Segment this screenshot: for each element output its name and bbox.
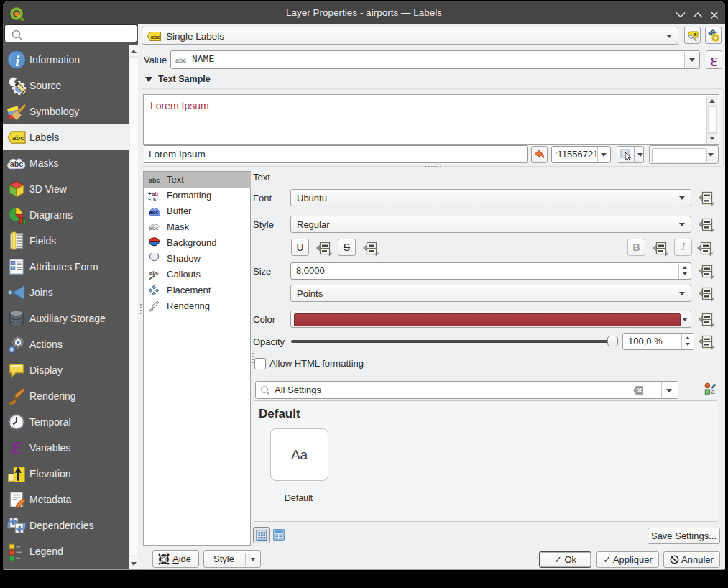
- svg-text:abc: abc: [10, 160, 24, 168]
- svg-text:a: a: [711, 388, 715, 395]
- svg-text:abc: abc: [12, 134, 24, 142]
- svg-text:abc: abc: [175, 57, 187, 64]
- svg-text:abc: abc: [149, 225, 159, 231]
- svg-text:abc: abc: [149, 270, 159, 276]
- svg-text:ε: ε: [11, 438, 22, 457]
- svg-text:abc: abc: [151, 34, 160, 40]
- svg-text:abc: abc: [149, 209, 159, 216]
- svg-text:abc: abc: [149, 177, 160, 184]
- svg-text:i: i: [15, 53, 19, 69]
- svg-text:< c: < c: [148, 196, 157, 201]
